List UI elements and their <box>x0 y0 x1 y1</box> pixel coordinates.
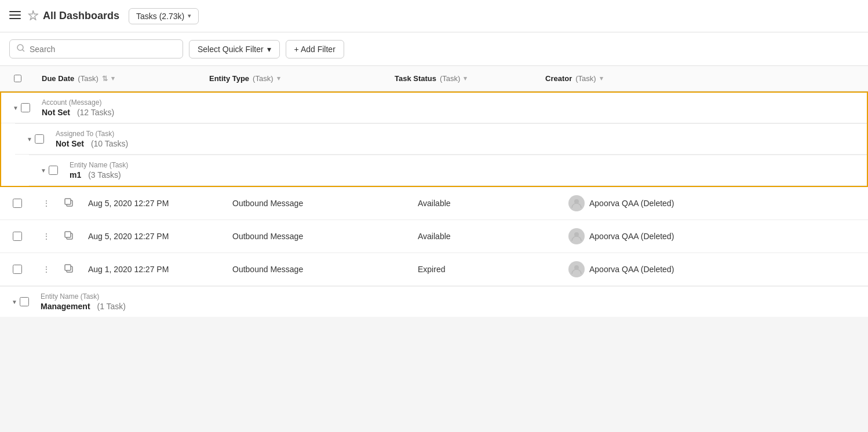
page-title: All Dashboards <box>43 10 119 22</box>
nested-group-level2: ▼ Assigned To (Task) Not Set (10 Tasks) … <box>15 123 867 186</box>
row1-entity-type: Outbound Message <box>225 191 411 216</box>
assigned-to-group-count: (10 Tasks) <box>91 139 128 148</box>
select-all-checkbox[interactable] <box>14 75 21 82</box>
search-input[interactable] <box>30 45 176 54</box>
svg-rect-1 <box>9 14 21 16</box>
group-container-level1: ▼ Account (Message) Not Set (12 Tasks) ▼… <box>0 91 868 187</box>
filter-bar: Select Quick Filter ▾ + Add Filter <box>0 32 868 66</box>
row3-extra <box>724 261 868 277</box>
quick-filter-chevron-icon: ▾ <box>267 45 271 54</box>
svg-rect-0 <box>9 11 21 12</box>
table-row: ⋮ Aug 1, 2020 12:27 PM Outbound Message … <box>0 253 868 286</box>
row2-checkbox[interactable] <box>13 232 22 241</box>
management-group-value: Management <box>41 302 90 311</box>
group-row-entity-name-m1: ▼ Entity Name (Task) m1 (3 Tasks) <box>29 155 867 186</box>
th-due-date: Due Date (Task) ⇅ ▾ <box>35 66 202 91</box>
assigned-to-group-value: Not Set <box>56 139 84 148</box>
search-box <box>9 39 183 58</box>
quick-filter-button[interactable]: Select Quick Filter ▾ <box>189 40 280 58</box>
entity-name-m1-checkbox[interactable] <box>49 166 58 175</box>
account-group-count: (12 Tasks) <box>77 108 114 117</box>
table-header: Due Date (Task) ⇅ ▾ Entity Type (Task) ▾… <box>0 66 868 91</box>
row2-copy-icon[interactable] <box>58 223 81 250</box>
row3-checkbox[interactable] <box>13 265 22 274</box>
table: Due Date (Task) ⇅ ▾ Entity Type (Task) ▾… <box>0 66 868 317</box>
due-date-dropdown-icon[interactable]: ▾ <box>111 75 115 82</box>
row2-due-date: Aug 5, 2020 12:27 PM <box>81 224 225 249</box>
row2-creator: Apoorva QAA (Deleted) <box>561 220 724 252</box>
add-filter-button[interactable]: + Add Filter <box>286 40 344 58</box>
management-group-count: (1 Task) <box>97 302 126 311</box>
row1-due-date: Aug 5, 2020 12:27 PM <box>81 191 225 216</box>
group-row-account: ▼ Account (Message) Not Set (12 Tasks) <box>1 93 867 123</box>
th-creator: Creator (Task) ▾ <box>538 66 701 91</box>
row1-task-status: Available <box>411 191 561 216</box>
tasks-chevron-icon: ▾ <box>188 12 191 20</box>
management-group-checkbox[interactable] <box>20 297 29 306</box>
entity-name-m1-value: m1 <box>70 170 81 180</box>
row2-entity-type: Outbound Message <box>225 224 411 249</box>
th-task-status: Task Status (Task) ▾ <box>388 66 538 91</box>
creator-dropdown-icon[interactable]: ▾ <box>600 75 603 82</box>
row1-avatar <box>568 195 585 211</box>
assigned-to-group-label: Assigned To (Task) <box>56 130 860 138</box>
search-icon <box>17 44 25 54</box>
row1-creator: Apoorva QAA (Deleted) <box>561 187 724 219</box>
row3-menu-icon[interactable]: ⋮ <box>35 257 58 282</box>
menu-icon[interactable] <box>9 9 21 23</box>
row3-creator: Apoorva QAA (Deleted) <box>561 253 724 285</box>
account-group-checkbox[interactable] <box>21 103 30 112</box>
management-group-label: Entity Name (Task) <box>41 292 861 301</box>
entity-name-m1-label: Entity Name (Task) <box>70 161 860 169</box>
row3-entity-type: Outbound Message <box>225 257 411 282</box>
row2-extra <box>724 228 868 244</box>
expand-assigned-to-icon[interactable]: ▼ <box>27 136 32 142</box>
svg-rect-2 <box>9 18 21 19</box>
group-row-assigned-to: ▼ Assigned To (Task) Not Set (10 Tasks) <box>15 124 867 155</box>
row1-copy-icon[interactable] <box>58 190 81 217</box>
tasks-badge[interactable]: Tasks (2.73k) ▾ <box>129 8 199 24</box>
account-group-label: Account (Message) <box>42 98 860 107</box>
th-checkbox[interactable] <box>0 66 35 91</box>
top-bar: All Dashboards Tasks (2.73k) ▾ <box>0 0 868 32</box>
svg-rect-8 <box>65 232 71 237</box>
row2-avatar <box>568 228 585 244</box>
table-row: ⋮ Aug 5, 2020 12:27 PM Outbound Message … <box>0 220 868 253</box>
row3-copy-icon[interactable] <box>58 256 81 283</box>
table-row: ⋮ Aug 5, 2020 12:27 PM Outbound Message … <box>0 187 868 220</box>
row2-task-status: Available <box>411 224 561 249</box>
row1-extra <box>724 195 868 211</box>
star-icon[interactable] <box>28 10 38 22</box>
sort-icon[interactable]: ⇅ <box>102 75 108 83</box>
svg-rect-11 <box>65 265 71 270</box>
row2-menu-icon[interactable]: ⋮ <box>35 224 58 249</box>
row3-avatar <box>568 261 585 277</box>
task-status-dropdown-icon[interactable]: ▾ <box>464 75 467 82</box>
entity-name-m1-count: (3 Tasks) <box>88 170 121 180</box>
expand-account-icon[interactable]: ▼ <box>13 105 19 111</box>
row3-task-status: Expired <box>411 257 561 282</box>
th-entity-type: Entity Type (Task) ▾ <box>202 66 388 91</box>
expand-entity-name-icon[interactable]: ▼ <box>41 167 46 174</box>
bottom-group-row: ▼ Entity Name (Task) Management (1 Task) <box>0 286 868 317</box>
th-extra <box>701 66 868 91</box>
row1-menu-icon[interactable]: ⋮ <box>35 191 58 216</box>
account-group-value: Not Set <box>42 108 70 117</box>
nested-group-level3: ▼ Entity Name (Task) m1 (3 Tasks) <box>29 155 867 186</box>
expand-management-icon[interactable]: ▼ <box>12 299 17 305</box>
assigned-to-group-checkbox[interactable] <box>35 134 44 144</box>
row3-due-date: Aug 1, 2020 12:27 PM <box>81 257 225 282</box>
row1-checkbox[interactable] <box>13 199 22 208</box>
entity-type-dropdown-icon[interactable]: ▾ <box>277 75 280 82</box>
svg-rect-5 <box>65 199 71 204</box>
